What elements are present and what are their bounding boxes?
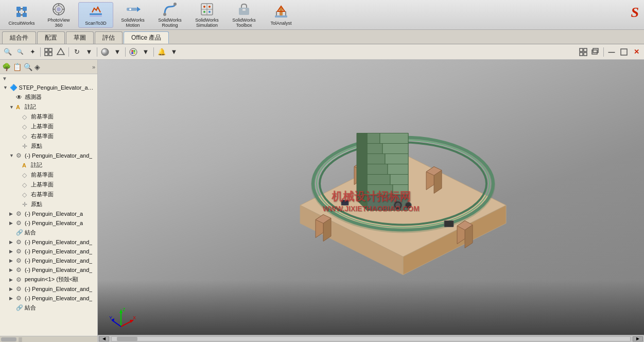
tree-notes2[interactable]: A 註記: [0, 160, 97, 170]
tree-penguin-sub9[interactable]: ▶ ⚙ (-) Penguin_Elevator_and_: [0, 294, 97, 303]
svg-marker-85: [393, 185, 408, 195]
tb2-rotate-dropdown[interactable]: ▼: [83, 46, 95, 58]
svg-rect-50: [584, 53, 587, 56]
tree-penguin-sub4[interactable]: ▶ ⚙ (-) Penguin_Elevator_and_: [0, 237, 97, 247]
toolbar-sw-toolbox[interactable]: SolidWorks Toolbox: [227, 2, 262, 28]
panel-expand[interactable]: »: [92, 64, 95, 70]
close-window[interactable]: ✕: [631, 46, 642, 58]
svg-rect-2: [16, 13, 21, 17]
sw-toolbox-icon: [236, 2, 252, 17]
svg-point-45: [131, 52, 133, 54]
svg-marker-18: [137, 7, 141, 12]
toolbar-scanto3d-label: ScanTo3D: [85, 21, 107, 26]
toolbar-tolanalyst[interactable]: TolAnalyst: [264, 2, 299, 28]
tree-penguin-sub5[interactable]: ▶ ⚙ (-) Penguin_Elevator_and_: [0, 247, 97, 256]
tab-drawing[interactable]: 草圖: [66, 31, 94, 44]
svg-marker-86: [367, 195, 408, 211]
toolbar-sw-routing[interactable]: SolidWorks Routing: [152, 2, 187, 28]
tb2-shading1[interactable]: [99, 46, 111, 58]
tree-right-plane2[interactable]: ◇ 右基準面: [0, 190, 97, 199]
svg-rect-53: [621, 49, 627, 55]
tb2-select[interactable]: ✦: [27, 46, 38, 58]
tree-right-plane[interactable]: ◇ 右基準面: [0, 131, 97, 141]
panel-icon-tree[interactable]: 🌳: [2, 63, 11, 71]
svg-point-42: [130, 48, 137, 56]
tab-config[interactable]: 配置: [37, 31, 65, 44]
toolbar-sw-toolbox-label: SolidWorks Toolbox: [229, 18, 259, 28]
scanto3d-icon: [88, 4, 104, 20]
horizontal-scrollbar[interactable]: ◀ ▶: [98, 335, 644, 342]
svg-marker-79: [385, 154, 408, 164]
tb2-appearance[interactable]: 🔔: [156, 46, 167, 58]
tb2-appearance-dropdown[interactable]: ▼: [168, 46, 180, 58]
tree-top-plane2[interactable]: ◇ 上基準面: [0, 180, 97, 190]
svg-marker-76: [367, 144, 382, 154]
3d-model: [243, 92, 563, 310]
tb2-zoom-in[interactable]: 🔍: [2, 46, 13, 58]
tb2-shading-dropdown[interactable]: ▼: [112, 46, 123, 58]
panel-icon-props[interactable]: 📋: [13, 63, 22, 71]
minimize-window[interactable]: —: [606, 46, 617, 58]
tree-origin2[interactable]: ✛ 原點: [0, 199, 97, 209]
tree-front-plane[interactable]: ◇ 前基準面: [0, 112, 97, 122]
panel-icon-search[interactable]: 🔍: [24, 63, 32, 71]
tb2-view1[interactable]: [43, 46, 54, 58]
toolbar-sw-simulation[interactable]: SolidWorks Simulation: [189, 2, 224, 28]
tb2-sep1: [40, 47, 41, 57]
tb2-sep2: [68, 47, 69, 57]
svg-point-19: [129, 8, 131, 10]
scroll-left[interactable]: ◀: [99, 336, 109, 341]
tb2-view2[interactable]: [55, 46, 66, 58]
scroll-track[interactable]: [111, 336, 631, 341]
tb2-rotate[interactable]: ↻: [71, 46, 82, 58]
solidworks-badge: S: [631, 4, 639, 21]
tree-penguin-sub2[interactable]: ▶ ⚙ (-) Penguin_Elevator_a: [0, 209, 97, 218]
toolbar-sw-motion[interactable]: SolidWorks Motion: [115, 2, 150, 28]
tb2-color[interactable]: [128, 46, 139, 58]
toolbar-photoview[interactable]: PhotoView 360: [41, 2, 76, 28]
svg-text:Y: Y: [109, 315, 112, 320]
tab-assembly[interactable]: 組合件: [2, 31, 36, 44]
tree-notes[interactable]: ▼ A 註記: [0, 102, 97, 112]
svg-point-46: [133, 52, 135, 54]
tree-penguin1[interactable]: ▶ ⚙ penguin<1> (預殼<顯: [0, 275, 97, 284]
tab-office[interactable]: Office 產品: [124, 31, 169, 44]
svg-rect-92: [341, 200, 349, 206]
tree-combine1[interactable]: 🔗 結合: [0, 228, 97, 237]
maximize-window[interactable]: [618, 46, 630, 58]
svg-point-41: [101, 48, 109, 56]
axes-indicator: Z X Y: [108, 306, 134, 332]
tree-combine2[interactable]: 🔗 結合: [0, 303, 97, 313]
svg-point-44: [133, 50, 135, 52]
tree-penguin-sub7[interactable]: ▶ ⚙ (-) Penguin_Elevator_and_: [0, 265, 97, 275]
3d-viewport[interactable]: 机械设计招标网 WWW.JIXIETHAOBIAO.COM Z X Y ◀: [98, 60, 644, 342]
panel-scrollbar[interactable]: |||: [0, 336, 97, 342]
svg-rect-38: [45, 53, 48, 56]
svg-rect-30: [242, 9, 246, 11]
cascade-windows[interactable]: [590, 46, 601, 58]
tolanalyst-icon: [273, 4, 289, 20]
tile-windows[interactable]: [578, 46, 589, 58]
svg-point-10: [57, 7, 61, 11]
tb2-zoom-out[interactable]: 🔍: [14, 46, 26, 58]
tree-front-plane2[interactable]: ◇ 前基準面: [0, 170, 97, 180]
svg-rect-48: [584, 48, 587, 52]
toolbar-scanto3d[interactable]: ScanTo3D: [78, 2, 113, 28]
tb2-color-dropdown[interactable]: ▼: [140, 46, 151, 58]
tree-penguin-sub6[interactable]: ▶ ⚙ (-) Penguin_Elevator_and_: [0, 256, 97, 265]
tree-sensor[interactable]: 👁 感測器: [0, 92, 97, 102]
tree-penguin-sub1[interactable]: ▼ ⚙ (-) Penguin_Elevator_and_: [0, 151, 97, 160]
scroll-thumb[interactable]: [117, 337, 137, 341]
toolbar-circuitworks[interactable]: CircuitWorks: [4, 2, 39, 28]
tab-eval[interactable]: 評估: [95, 31, 123, 44]
tree-penguin-sub8[interactable]: ▶ ⚙ (-) Penguin_Elevator_and_: [0, 284, 97, 294]
filter-row: ▼: [0, 74, 97, 83]
tree-penguin-sub3[interactable]: ▶ ⚙ (-) Penguin_Elevator_a: [0, 218, 97, 228]
tree-root[interactable]: ▼ 🔷 STEP_Penguin_Elevator_and_: [0, 83, 97, 92]
panel-icon-config[interactable]: ◈: [34, 63, 40, 71]
scroll-right[interactable]: ▶: [633, 336, 643, 341]
svg-rect-47: [580, 48, 583, 52]
panel-scroll-thumb[interactable]: [1, 337, 16, 341]
tree-top-plane[interactable]: ◇ 上基準面: [0, 122, 97, 131]
tree-origin[interactable]: ✛ 原點: [0, 141, 97, 151]
